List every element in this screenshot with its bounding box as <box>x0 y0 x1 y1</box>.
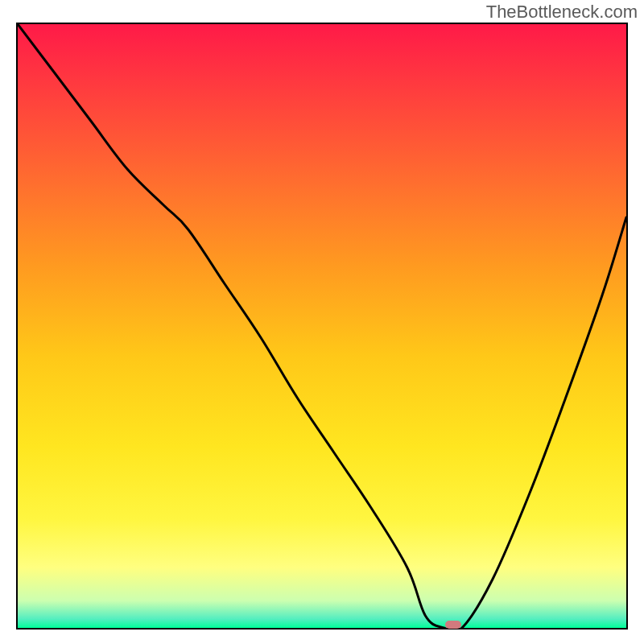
bottleneck-curve <box>18 24 626 628</box>
watermark-text: TheBottleneck.com <box>486 2 638 23</box>
optimal-marker <box>445 621 461 629</box>
plot-axis-bottom <box>16 628 628 630</box>
chart-container: TheBottleneck.com <box>0 0 644 644</box>
curve-layer <box>18 24 626 628</box>
